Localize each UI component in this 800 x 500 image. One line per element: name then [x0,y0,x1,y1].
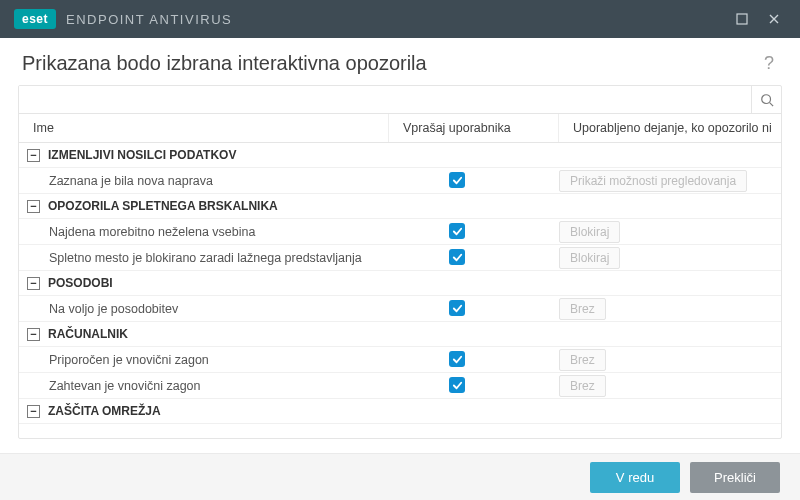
close-button[interactable] [758,0,790,38]
ask-checkbox[interactable] [449,300,465,316]
action-pill[interactable]: Brez [559,298,606,320]
item-ask [389,172,559,189]
page-title: Prikazana bodo izbrana interaktivna opoz… [22,52,427,75]
check-icon [452,354,463,365]
action-pill[interactable]: Prikaži možnosti pregledovanja [559,170,747,192]
col-ask[interactable]: Vprašaj uporabnika [389,114,559,142]
ask-checkbox[interactable] [449,249,465,265]
ask-checkbox[interactable] [449,351,465,367]
group-row[interactable]: −IZMENLJIVI NOSILCI PODATKOV [19,143,781,168]
footer: V redu Prekliči [0,453,800,500]
item-ask [389,351,559,368]
item-action-cell: Blokiraj [559,247,781,269]
group-title: POSODOBI [48,276,113,290]
group-row[interactable]: −POSODOBI [19,271,781,296]
item-ask [389,223,559,240]
search-button[interactable] [751,86,781,113]
group-title: IZMENLJIVI NOSILCI PODATKOV [48,148,236,162]
ask-checkbox[interactable] [449,377,465,393]
item-action-cell: Prikaži možnosti pregledovanja [559,170,781,192]
search-row [19,86,781,114]
ask-checkbox[interactable] [449,223,465,239]
action-pill[interactable]: Brez [559,375,606,397]
group-row[interactable]: −RAČUNALNIK [19,322,781,347]
item-action-cell: Brez [559,349,781,371]
titlebar: eset ENDPOINT ANTIVIRUS [0,0,800,38]
brand: eset ENDPOINT ANTIVIRUS [14,9,232,29]
minimize-icon [736,13,748,25]
item-name: Najdena morebitno neželena vsebina [19,225,389,239]
item-name: Zahtevan je vnovični zagon [19,379,389,393]
item-action-cell: Blokiraj [559,221,781,243]
collapse-icon[interactable]: − [27,149,40,162]
column-headers: Ime Vprašaj uporabnika Uporabljeno dejan… [19,114,781,143]
item-name: Priporočen je vnovični zagon [19,353,389,367]
group-title: ZAŠČITA OMREŽJA [48,404,161,418]
minimize-button[interactable] [726,0,758,38]
action-pill[interactable]: Blokiraj [559,247,620,269]
item-name: Na voljo je posodobitev [19,302,389,316]
item-ask [389,377,559,394]
item-row[interactable]: Spletno mesto je blokirano zaradi lažneg… [19,245,781,271]
item-ask [389,300,559,317]
item-row[interactable]: Priporočen je vnovični zagonBrez [19,347,781,373]
check-icon [452,380,463,391]
item-row[interactable]: Zaznana je bila nova napravaPrikaži možn… [19,168,781,194]
check-icon [452,252,463,263]
group-title: RAČUNALNIK [48,327,128,341]
settings-panel: Ime Vprašaj uporabnika Uporabljeno dejan… [18,85,782,439]
search-input[interactable] [19,86,751,113]
collapse-icon[interactable]: − [27,328,40,341]
col-action[interactable]: Uporabljeno dejanje, ko opozorilo ni [559,114,781,142]
item-action-cell: Brez [559,298,781,320]
collapse-icon[interactable]: − [27,277,40,290]
rows-scroll[interactable]: −IZMENLJIVI NOSILCI PODATKOVZaznana je b… [19,143,781,438]
group-title: OPOZORILA SPLETNEGA BRSKALNIKA [48,199,278,213]
action-pill[interactable]: Blokiraj [559,221,620,243]
col-name[interactable]: Ime [19,114,389,142]
item-action-cell: Brez [559,375,781,397]
collapse-icon[interactable]: − [27,405,40,418]
brand-logo: eset [14,9,56,29]
item-ask [389,249,559,266]
header: Prikazana bodo izbrana interaktivna opoz… [0,38,800,85]
check-icon [452,175,463,186]
action-pill[interactable]: Brez [559,349,606,371]
item-row[interactable]: Zahtevan je vnovični zagonBrez [19,373,781,399]
item-name: Zaznana je bila nova naprava [19,174,389,188]
group-row[interactable]: −ZAŠČITA OMREŽJA [19,399,781,424]
search-icon [760,93,774,107]
check-icon [452,303,463,314]
collapse-icon[interactable]: − [27,200,40,213]
brand-product: ENDPOINT ANTIVIRUS [66,12,232,27]
cancel-button[interactable]: Prekliči [690,462,780,493]
ok-button[interactable]: V redu [590,462,680,493]
check-icon [452,226,463,237]
help-icon[interactable]: ? [760,53,778,74]
svg-rect-0 [737,14,747,24]
close-icon [768,13,780,25]
item-row[interactable]: Najdena morebitno neželena vsebinaBlokir… [19,219,781,245]
group-row[interactable]: −OPOZORILA SPLETNEGA BRSKALNIKA [19,194,781,219]
item-name: Spletno mesto je blokirano zaradi lažneg… [19,251,389,265]
ask-checkbox[interactable] [449,172,465,188]
item-row[interactable]: Na voljo je posodobitevBrez [19,296,781,322]
svg-point-1 [761,94,770,103]
